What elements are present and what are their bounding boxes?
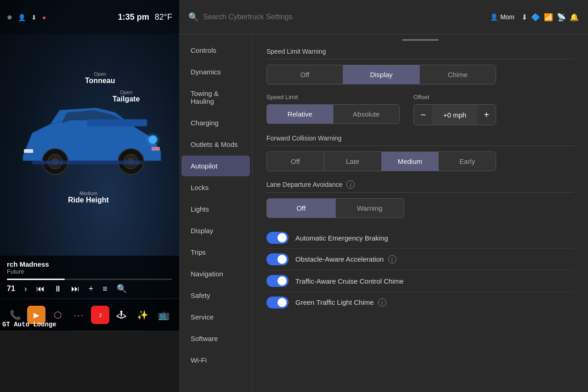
offset-header: Offset xyxy=(413,94,496,101)
download-status-icon: ⬇ xyxy=(521,13,527,22)
fcw-late-button[interactable]: Late xyxy=(324,152,382,171)
tacc-row: Traffic-Aware Cruise Control Chime xyxy=(266,270,574,292)
fcw-medium-button[interactable]: Medium xyxy=(382,152,439,171)
svg-rect-3 xyxy=(87,119,147,126)
oaa-label: Obstacle-Aware Acceleration i xyxy=(295,255,574,264)
search-bar: 🔍 👤 Mom ⬇ 🔷 📶 📡 🔔 xyxy=(179,0,588,34)
lda-off-button[interactable]: Off xyxy=(267,199,336,218)
tv-icon[interactable]: 📺 xyxy=(155,306,173,324)
prev-track-button[interactable]: ⏮ xyxy=(36,284,45,294)
signal-icon: 📡 xyxy=(557,13,566,22)
svg-rect-11 xyxy=(152,147,160,151)
status-bar: ❄ 👤 ⬇ ● 1:35 pm 82°F xyxy=(0,0,179,34)
sidebar-item-charging[interactable]: Charging xyxy=(181,112,250,133)
tacc-label: Traffic-Aware Cruise Control Chime xyxy=(295,277,574,285)
sidebar-item-safety[interactable]: Safety xyxy=(181,285,250,306)
offset-control: − +0 mph + xyxy=(413,104,496,125)
gtlc-toggle[interactable] xyxy=(266,297,288,308)
person-icon: 👤 xyxy=(18,14,26,21)
aeb-toggle[interactable] xyxy=(266,232,288,244)
forward-collision-section: Forward Collision Warning Off Late Mediu… xyxy=(266,134,574,171)
user-info: 👤 Mom xyxy=(490,13,514,21)
fcw-off-button[interactable]: Off xyxy=(267,152,324,171)
svg-rect-12 xyxy=(32,161,142,164)
temperature: 82°F xyxy=(155,12,172,22)
lane-departure-title: Lane Departure Avoidance i xyxy=(266,180,574,193)
sidebar-item-lights[interactable]: Lights xyxy=(181,199,250,219)
forward-collision-title: Forward Collision Warning xyxy=(266,134,574,146)
gtlc-label: Green Traffic Light Chime i xyxy=(295,298,574,307)
vehicle-image xyxy=(14,92,170,184)
sidebar-item-trips[interactable]: Trips xyxy=(181,242,250,263)
speed-limit-row: Speed Limit Relative Absolute Offset − +… xyxy=(266,94,496,125)
offset-minus-button[interactable]: − xyxy=(414,105,432,125)
speed-limit-col: Speed Limit Relative Absolute xyxy=(266,94,400,124)
sidebar-item-towing[interactable]: Towing & Hauling xyxy=(181,83,250,112)
gtlc-row: Green Traffic Light Chime i xyxy=(266,292,574,313)
sidebar-item-locks[interactable]: Locks xyxy=(181,177,250,198)
search-music-button[interactable]: 🔍 xyxy=(117,284,127,294)
slw-chime-button[interactable]: Chime xyxy=(420,65,496,84)
oaa-info-icon[interactable]: i xyxy=(388,255,396,263)
search-input[interactable] xyxy=(203,13,486,21)
notification-icon: 🔔 xyxy=(570,13,579,22)
sidebar-item-display[interactable]: Display xyxy=(181,220,250,241)
status-icons: ⬇ 🔷 📶 📡 🔔 xyxy=(521,13,579,22)
sidebar-item-outlets[interactable]: Outlets & Mods xyxy=(181,134,250,155)
toggle-settings: Automatic Emergency Braking Obstacle-Awa… xyxy=(266,227,574,313)
gtlc-info-icon[interactable]: i xyxy=(378,298,386,307)
games-icon[interactable]: 🕹 xyxy=(112,306,130,324)
lane-departure-info-icon[interactable]: i xyxy=(346,180,355,189)
sidebar-item-wifi[interactable]: Wi-Fi xyxy=(181,350,250,370)
sidebar-item-software[interactable]: Software xyxy=(181,328,250,349)
slw-display-button[interactable]: Display xyxy=(343,65,419,84)
star-icon[interactable]: ✨ xyxy=(134,306,152,324)
username: Mom xyxy=(500,13,514,21)
wifi-icon: 📶 xyxy=(544,13,553,22)
aeb-label: Automatic Emergency Braking xyxy=(295,234,574,242)
sl-relative-button[interactable]: Relative xyxy=(267,105,334,123)
speed-limit-warning-group: Off Display Chime xyxy=(266,65,496,84)
tacc-toggle[interactable] xyxy=(266,275,288,287)
speed-limit-group: Relative Absolute xyxy=(266,104,400,124)
sidebar-item-service[interactable]: Service xyxy=(181,307,250,327)
offset-col: Offset − +0 mph + xyxy=(413,94,496,125)
sidebar-item-navigation[interactable]: Navigation xyxy=(181,263,250,284)
vehicle-panel: ❄ 👤 ⬇ ● 1:35 pm 82°F Open Tonneau Open T… xyxy=(0,0,179,330)
tonneau-label[interactable]: Open Tonneau xyxy=(85,71,115,85)
offset-plus-button[interactable]: + xyxy=(477,105,496,125)
search-icon: 🔍 xyxy=(188,12,198,22)
bluetooth-icon: 🔷 xyxy=(531,13,540,22)
ride-height-label[interactable]: Medium Ride Height xyxy=(68,190,109,204)
equalizer-button[interactable]: ≡ xyxy=(102,284,107,294)
fcw-early-button[interactable]: Early xyxy=(439,152,496,171)
play-pause-button[interactable]: ⏸ xyxy=(54,284,62,294)
sidebar-item-controls[interactable]: Controls xyxy=(181,40,250,61)
settings-content: Speed Limit Warning Off Display Chime Sp… xyxy=(253,34,588,392)
aeb-row: Automatic Emergency Braking xyxy=(266,227,574,249)
sidebar-item-dynamics[interactable]: Dynamics xyxy=(181,62,250,82)
add-button[interactable]: + xyxy=(89,284,94,294)
speed-limit-section: Speed Limit Relative Absolute Offset − +… xyxy=(266,94,574,125)
weather-icon: ❄ xyxy=(7,14,12,21)
forward-collision-group: Off Late Medium Early xyxy=(266,151,496,171)
speed-limit-warning-title: Speed Limit Warning xyxy=(266,48,574,59)
sidebar-nav: ControlsDynamicsTowing & HaulingCharging… xyxy=(179,34,253,392)
header-right: 👤 Mom ⬇ 🔷 📶 📡 🔔 xyxy=(490,13,579,22)
music-progress-bar[interactable] xyxy=(7,279,172,280)
more-icon[interactable]: ··· xyxy=(70,306,88,324)
music-title: rch Madness xyxy=(7,260,172,268)
watermark: GT Auto Lounge xyxy=(2,321,57,328)
music-app-icon[interactable]: ♪ xyxy=(91,306,109,324)
lda-warning-button[interactable]: Warning xyxy=(336,199,404,218)
person-icon: 👤 xyxy=(490,13,498,21)
sidebar-item-autopilot[interactable]: Autopilot xyxy=(181,156,250,176)
slw-off-button[interactable]: Off xyxy=(267,65,343,84)
oaa-toggle[interactable] xyxy=(266,253,288,265)
next-track-button[interactable]: ⏭ xyxy=(71,284,79,294)
settings-panel: 🔍 👤 Mom ⬇ 🔷 📶 📡 🔔 ControlsDynamicsTowing… xyxy=(179,0,588,392)
svg-rect-10 xyxy=(24,149,33,153)
music-artist: Future xyxy=(7,268,172,275)
sl-absolute-button[interactable]: Absolute xyxy=(334,105,400,123)
content-area: ControlsDynamicsTowing & HaulingCharging… xyxy=(179,34,588,392)
